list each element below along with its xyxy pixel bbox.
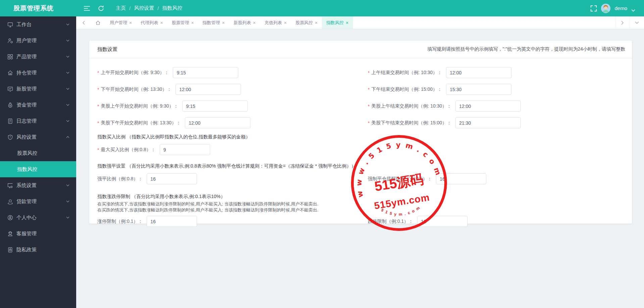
field-label: *上午结束交易时间（例: 10:30）： xyxy=(368,70,442,76)
fill-rule-hint: 填写规则请按照括号中的示例填写，":"统一为英文中的字符，提现时间为24小时制，… xyxy=(428,46,625,52)
tab-stock-management[interactable]: 股票管理 × xyxy=(167,16,198,29)
tab-close-icon[interactable]: × xyxy=(346,20,348,25)
panel-title: 指数设置 xyxy=(97,46,117,53)
sidebar-item-new-stock-management[interactable]: 新股管理 xyxy=(0,81,76,97)
username[interactable]: demo xyxy=(614,5,627,11)
form-row: *下午开始交易时间（例: 13:30）： *下午结束交易时间（例: 15:00）… xyxy=(97,84,624,95)
tabs-scroll-left-icon[interactable] xyxy=(76,16,91,29)
menu-fold-icon[interactable] xyxy=(84,5,90,12)
tabs: 用户管理 × 代理列表 × 股票管理 × 指数管理 × 新股列表 × 充值列表 … xyxy=(105,16,353,29)
field-label: *最大买入比例（例:0.8）： xyxy=(97,147,156,153)
force-close-ratio-input[interactable] xyxy=(147,173,197,184)
app-header: 股票管理系统 主页 / 风控设置 / 指数风控 xyxy=(0,0,644,16)
us-afternoon-close-time-input[interactable] xyxy=(455,117,521,128)
page: 股票管理系统 主页 / 风控设置 / 指数风控 xyxy=(0,0,644,308)
avatar[interactable] xyxy=(601,4,610,13)
sidebar-item-system-settings[interactable]: 系统设置 xyxy=(0,177,76,193)
tab-close-icon[interactable]: × xyxy=(222,20,225,25)
field-label: 跌停限制（例:0.1）： xyxy=(368,219,413,225)
form-row: 强平比例（例:0.8）： 强制平仓提醒比例（例:0.5）： xyxy=(97,173,624,184)
form-row: *美股上午开始交易时间（例: 9:30）： *美股上午结束交易时间（例: 10:… xyxy=(97,101,624,112)
us-morning-open-time-input[interactable] xyxy=(182,101,248,112)
sidebar-item-workbench[interactable]: 工作台 xyxy=(0,16,76,33)
morning-close-time-input[interactable] xyxy=(446,67,511,78)
tab-bar: 用户管理 × 代理列表 × 股票管理 × 指数管理 × 新股列表 × 充值列表 … xyxy=(76,16,644,29)
app-title: 股票管理系统 xyxy=(0,4,76,13)
afternoon-close-time-input[interactable] xyxy=(446,84,511,95)
tab-close-icon[interactable]: × xyxy=(315,20,317,25)
sidebar-item-stock-risk[interactable]: 股票风控 xyxy=(0,145,76,161)
tab-close-icon[interactable]: × xyxy=(284,20,287,25)
sidebar-item-privacy-policy[interactable]: 隐私政策 xyxy=(0,242,76,258)
tab-agent-list[interactable]: 代理列表 × xyxy=(136,16,167,29)
afternoon-open-time-input[interactable] xyxy=(176,84,241,95)
sidebar-item-funds-management[interactable]: 资金管理 xyxy=(0,97,76,113)
buy-ratio-section-title: 指数买入比例 （指数买入比例即指数买入的仓位,指数最多能够买的金额） xyxy=(97,134,624,140)
sidebar-item-position-management[interactable]: 持仓管理 xyxy=(0,65,76,81)
field-label: 强制平仓提醒比例（例:0.5）： xyxy=(368,176,432,182)
sidebar-item-product-management[interactable]: 产品管理 xyxy=(0,49,76,65)
content-area: 指数设置 填写规则请按照括号中的示例填写，":"统一为英文中的字符，提现时间为2… xyxy=(76,29,644,308)
user-menu-chevron-icon[interactable] xyxy=(631,7,635,10)
breadcrumb-separator: / xyxy=(129,5,131,11)
index-settings-panel: 指数设置 填写规则请按照括号中的示例填写，":"统一为英文中的字符，提现时间为2… xyxy=(89,41,632,224)
tab-new-stock-list[interactable]: 新股列表 × xyxy=(229,16,260,29)
tab-recharge-list[interactable]: 充值列表 × xyxy=(260,16,291,29)
force-close-remind-ratio-input[interactable] xyxy=(436,173,486,184)
tab-close-icon[interactable]: × xyxy=(129,20,132,25)
tab-close-icon[interactable]: × xyxy=(191,20,194,25)
sidebar-item-log-management[interactable]: 日志管理 xyxy=(0,113,76,129)
rise-limit-input[interactable] xyxy=(147,216,197,227)
sidebar: 工作台 用户管理 产品管理 持仓管理 新股管理 资金管理 xyxy=(0,16,76,308)
field-label: *美股上午开始交易时间（例: 9:30）： xyxy=(97,103,178,109)
refresh-icon[interactable] xyxy=(98,5,104,12)
field-label: *下午结束交易时间（例: 15:00）： xyxy=(368,86,442,93)
field-label: *美股上午结束交易时间（例: 10:30）： xyxy=(368,103,451,109)
fall-limit-input[interactable] xyxy=(417,216,467,227)
sidebar-item-user-management[interactable]: 用户管理 xyxy=(0,33,76,49)
tabs-menu-icon[interactable] xyxy=(630,16,644,29)
tab-index-management[interactable]: 指数管理 × xyxy=(198,16,229,29)
limit-section-title: 指数涨跌停限制 （百分比均采用小数来表示,例:0.1表示10%） xyxy=(97,194,624,200)
breadcrumb-home[interactable]: 主页 xyxy=(116,5,126,11)
sidebar-item-personal-center[interactable]: 个人中心 xyxy=(0,209,76,226)
tab-close-icon[interactable]: × xyxy=(160,20,163,25)
form-row: *美股下午开始交易时间（例: 13:30）： *美股下午结束交易时间（例: 15… xyxy=(97,117,624,128)
limit-desc-line1: 在买涨的情况下,当该指数涨幅达到涨停限制的时候,用户不能买入; 当该指数涨幅达到… xyxy=(97,201,624,207)
form-row: *上午开始交易时间（例: 9:30）： *上午结束交易时间（例: 10:30）： xyxy=(97,67,624,78)
home-tab-icon[interactable] xyxy=(91,16,105,29)
us-morning-close-time-input[interactable] xyxy=(455,101,521,112)
us-afternoon-open-time-input[interactable] xyxy=(185,117,250,128)
tab-close-icon[interactable]: × xyxy=(253,20,256,25)
force-close-section-title: 指数强平设置 （百分比均采用小数来表示,例:0.8表示80% 强制平仓线计算规则… xyxy=(97,163,624,169)
sidebar-item-customer-service[interactable]: 客服管理 xyxy=(0,226,76,242)
field-label: *美股下午开始交易时间（例: 13:30）： xyxy=(97,120,181,126)
limit-desc-line2: 在买跌的情况下,当该指数涨幅达到跌停限制的时候,用户不能买入; 当该指数涨幅达到… xyxy=(97,207,624,213)
fullscreen-icon[interactable] xyxy=(590,5,597,12)
breadcrumb-separator: / xyxy=(157,5,159,11)
morning-open-time-input[interactable] xyxy=(173,67,238,78)
sidebar-item-risk-settings[interactable]: 风控设置 xyxy=(0,129,76,145)
field-label: 涨停限制（例:0.1）： xyxy=(97,219,143,225)
field-label: 强平比例（例:0.8）： xyxy=(97,176,143,182)
field-label: *上午开始交易时间（例: 9:30）： xyxy=(97,70,169,76)
sidebar-item-loan-management[interactable]: 贷款管理 xyxy=(0,193,76,209)
breadcrumb: 主页 / 风控设置 / 指数风控 xyxy=(116,5,182,11)
tab-stock-risk[interactable]: 股票风控 × xyxy=(291,16,322,29)
tab-user-management[interactable]: 用户管理 × xyxy=(105,16,136,29)
field-label: *美股下午结束交易时间（例: 15:00）： xyxy=(368,120,451,126)
breadcrumb-index-risk[interactable]: 指数风控 xyxy=(162,5,182,11)
tab-index-risk[interactable]: 指数风控 × xyxy=(322,16,353,29)
breadcrumb-risk-settings[interactable]: 风控设置 xyxy=(134,5,154,11)
form-row: 涨停限制（例:0.1）： 跌停限制（例:0.1）： xyxy=(97,216,624,227)
tabs-scroll-right-icon[interactable] xyxy=(615,16,630,29)
max-buy-ratio-input[interactable] xyxy=(160,144,210,155)
field-label: *下午开始交易时间（例: 13:30）： xyxy=(97,86,171,93)
form-row: *最大买入比例（例:0.8）： xyxy=(97,144,624,155)
sidebar-item-index-risk[interactable]: 指数风控 xyxy=(0,161,76,177)
